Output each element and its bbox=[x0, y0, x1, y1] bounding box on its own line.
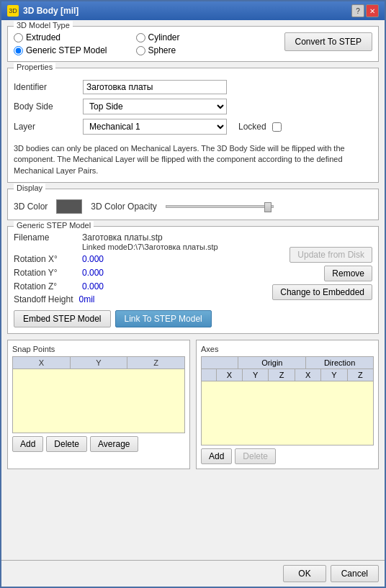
layer-row: Mechanical 1 Locked bbox=[83, 119, 372, 135]
model-type-content: Extruded Generic STEP Model Cylinder bbox=[14, 32, 372, 55]
help-button[interactable]: ? bbox=[351, 4, 364, 17]
snap-points-label: Snap Points bbox=[12, 345, 185, 353]
snap-z-header: Z bbox=[127, 357, 184, 368]
axes-body bbox=[201, 381, 374, 445]
titlebar-buttons: ? ✕ bbox=[351, 4, 379, 17]
linked-path: D:\7\Заготовка платы.stp bbox=[127, 243, 218, 251]
main-window: 3D 3D Body [mil] ? ✕ 3D Model Type Extru… bbox=[0, 0, 386, 588]
step-content: Filename Заготовка платы.stp Linked mode… bbox=[14, 232, 372, 304]
axes-sub-z2: Z bbox=[348, 369, 373, 381]
titlebar: 3D 3D Body [mil] ? ✕ bbox=[1, 1, 385, 20]
generic-step-option[interactable]: Generic STEP Model bbox=[14, 45, 107, 55]
axes-panel: Axes Origin Direction X Y Z X Y Z bbox=[196, 340, 379, 469]
rotation-x-value: 0.000 bbox=[82, 254, 140, 264]
axes-label: Axes bbox=[201, 345, 374, 353]
axes-btn-row: Add Delete bbox=[201, 448, 374, 464]
opacity-thumb[interactable] bbox=[264, 202, 271, 212]
axes-direction-header: Direction bbox=[306, 357, 373, 368]
titlebar-left: 3D 3D Body [mil] bbox=[7, 5, 78, 17]
cylinder-label[interactable]: Cylinder bbox=[148, 32, 180, 42]
update-disk-button[interactable]: Update from Disk bbox=[290, 247, 372, 263]
model-type-label: 3D Model Type bbox=[14, 21, 73, 30]
axes-sub-row: X Y Z X Y Z bbox=[202, 369, 373, 381]
axes-sub-x2: X bbox=[295, 369, 321, 381]
standoff-value: 0mil bbox=[79, 294, 95, 304]
window-icon: 3D bbox=[7, 5, 19, 17]
display-row: 3D Color 3D Color Opacity bbox=[14, 199, 372, 214]
snap-points-panel: Snap Points X Y Z Add Delete Average bbox=[7, 340, 190, 469]
opacity-track bbox=[166, 205, 274, 208]
filename-value: Заготовка платы.stp bbox=[82, 232, 266, 243]
axes-header: Origin Direction X Y Z X Y Z bbox=[201, 356, 374, 381]
snap-delete-button[interactable]: Delete bbox=[46, 436, 87, 452]
extruded-option[interactable]: Extruded bbox=[14, 32, 107, 42]
step-left: Filename Заготовка платы.stp Linked mode… bbox=[14, 232, 266, 304]
rotation-grid: Rotation X° 0.000 Rotation Y° 0.000 Rota… bbox=[14, 254, 266, 291]
generic-step-label[interactable]: Generic STEP Model bbox=[26, 45, 107, 55]
sphere-label[interactable]: Sphere bbox=[148, 45, 176, 55]
axes-sub-z1: Z bbox=[269, 369, 295, 381]
layer-label: Layer bbox=[14, 122, 78, 132]
linked-mode-label: Linked mode bbox=[82, 243, 127, 251]
window-title: 3D Body [mil] bbox=[23, 6, 78, 16]
embed-step-button[interactable]: Embed STEP Model bbox=[14, 310, 111, 327]
generic-step-radio[interactable] bbox=[14, 46, 23, 55]
step-right-buttons: Update from Disk Remove Change to Embedd… bbox=[272, 232, 372, 304]
filename-row: Filename Заготовка платы.stp Linked mode… bbox=[14, 232, 266, 251]
axes-sub-y2: Y bbox=[321, 369, 347, 381]
identifier-input[interactable] bbox=[83, 80, 227, 94]
axes-empty-header bbox=[202, 357, 238, 368]
sphere-option[interactable]: Sphere bbox=[136, 45, 180, 55]
properties-label: Properties bbox=[14, 63, 55, 71]
layer-select[interactable]: Mechanical 1 bbox=[83, 119, 227, 135]
locked-checkbox[interactable] bbox=[272, 122, 282, 132]
filename-label: Filename bbox=[14, 232, 78, 243]
snap-points-header: X Y Z bbox=[12, 356, 185, 368]
radio-columns: Extruded Generic STEP Model Cylinder bbox=[14, 32, 180, 55]
display-label: Display bbox=[14, 184, 45, 192]
extruded-label[interactable]: Extruded bbox=[26, 32, 60, 42]
opacity-label: 3D Color Opacity bbox=[91, 202, 156, 212]
change-embedded-button[interactable]: Change to Embedded bbox=[272, 284, 372, 300]
rotation-y-value: 0.000 bbox=[82, 268, 140, 278]
snap-add-button[interactable]: Add bbox=[12, 436, 43, 452]
identifier-label: Identifier bbox=[14, 82, 78, 92]
close-button[interactable]: ✕ bbox=[366, 4, 379, 17]
filename-col: Заготовка платы.stp Linked modeD:\7\Заго… bbox=[82, 232, 266, 251]
radio-group-left: Extruded Generic STEP Model bbox=[14, 32, 107, 55]
opacity-slider-container bbox=[166, 205, 274, 208]
axes-add-button[interactable]: Add bbox=[201, 448, 232, 464]
extruded-radio[interactable] bbox=[14, 33, 23, 42]
standoff-label: Standoff Height bbox=[14, 294, 73, 304]
bottom-panels: Snap Points X Y Z Add Delete Average Axe… bbox=[7, 340, 379, 469]
color-swatch[interactable] bbox=[56, 199, 82, 214]
rotation-y-label: Rotation Y° bbox=[14, 268, 78, 278]
props-grid: Identifier Body Side Top Side Layer Mech… bbox=[14, 80, 372, 176]
cylinder-radio[interactable] bbox=[136, 33, 145, 42]
rotation-x-label: Rotation X° bbox=[14, 254, 78, 264]
generic-step-label: Generic STEP Model bbox=[14, 221, 94, 230]
footer: OK Cancel bbox=[1, 560, 385, 587]
sphere-radio[interactable] bbox=[136, 46, 145, 55]
snap-btn-row: Add Delete Average bbox=[12, 436, 185, 452]
locked-label: Locked bbox=[238, 122, 266, 132]
body-side-select[interactable]: Top Side bbox=[83, 99, 227, 114]
axes-delete-button[interactable]: Delete bbox=[235, 448, 276, 464]
linked-mode-row: Linked modeD:\7\Заготовка платы.stp bbox=[82, 243, 266, 251]
link-step-button[interactable]: Link To STEP Model bbox=[115, 310, 212, 327]
remove-button[interactable]: Remove bbox=[324, 266, 372, 281]
rotation-z-label: Rotation Z° bbox=[14, 281, 78, 291]
rotation-z-value: 0.000 bbox=[82, 281, 140, 291]
cylinder-option[interactable]: Cylinder bbox=[136, 32, 180, 42]
snap-average-button[interactable]: Average bbox=[90, 436, 138, 452]
snap-x-header: X bbox=[13, 357, 71, 368]
convert-to-step-button[interactable]: Convert To STEP bbox=[284, 32, 372, 51]
content-area: 3D Model Type Extruded Generic STEP Mode… bbox=[1, 20, 385, 560]
properties-section: Properties Identifier Body Side Top Side… bbox=[7, 68, 379, 183]
axes-sub-x1: X bbox=[217, 369, 243, 381]
snap-y-header: Y bbox=[71, 357, 128, 368]
standoff-row: Standoff Height 0mil bbox=[14, 294, 266, 304]
ok-button[interactable]: OK bbox=[283, 565, 326, 582]
cancel-button[interactable]: Cancel bbox=[331, 565, 379, 582]
embed-row: Embed STEP Model Link To STEP Model bbox=[14, 310, 372, 327]
